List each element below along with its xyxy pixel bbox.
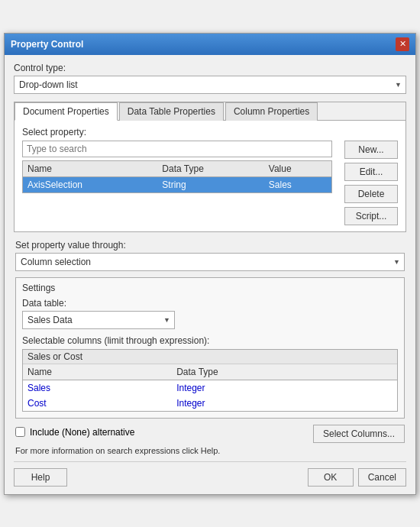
title-bar: Property Control ✕ bbox=[5, 34, 415, 55]
property-search-input[interactable] bbox=[22, 141, 332, 157]
tab-column-properties[interactable]: Column Properties bbox=[225, 102, 318, 121]
selectable-columns-label: Selectable columns (limit through expres… bbox=[22, 335, 398, 346]
control-type-select[interactable]: Drop-down list bbox=[14, 76, 406, 94]
col-dtype-cost: Integer bbox=[172, 396, 397, 411]
footer-right: OK Cancel bbox=[308, 468, 406, 487]
ok-button[interactable]: OK bbox=[308, 468, 354, 487]
col-name-sales: Sales bbox=[23, 380, 172, 396]
bottom-section: Set property value through: Column selec… bbox=[14, 240, 406, 455]
tab-content-document: Select property: Name Data Type Value bbox=[15, 121, 405, 231]
window-title: Property Control bbox=[11, 39, 83, 50]
set-property-dropdown-wrapper: Column selection bbox=[15, 253, 405, 271]
col-header-name2: Name bbox=[23, 364, 172, 380]
include-none-checkbox[interactable] bbox=[15, 427, 25, 437]
info-text: For more information on search expressio… bbox=[15, 446, 405, 455]
footer-buttons: Help OK Cancel bbox=[14, 461, 406, 487]
cancel-button[interactable]: Cancel bbox=[358, 468, 406, 487]
tab-document-properties[interactable]: Document Properties bbox=[15, 102, 118, 121]
col-name-cost: Cost bbox=[23, 396, 172, 411]
tab-data-table-properties[interactable]: Data Table Properties bbox=[119, 102, 224, 121]
set-property-select[interactable]: Column selection bbox=[15, 253, 405, 271]
row-name: AxisSelection bbox=[23, 176, 157, 192]
row-datatype: String bbox=[157, 176, 263, 192]
property-table-wrapper: Name Data Type Value AxisSelection Strin… bbox=[22, 160, 332, 193]
data-table-select[interactable]: Sales Data bbox=[22, 311, 175, 329]
info-text-content: For more information on search expressio… bbox=[15, 446, 220, 455]
table-row[interactable]: Cost Integer bbox=[23, 396, 397, 411]
select-columns-button[interactable]: Select Columns... bbox=[313, 425, 405, 443]
data-table-dropdown-wrapper: Sales Data bbox=[22, 311, 175, 329]
tab-inner: Name Data Type Value AxisSelection Strin… bbox=[22, 141, 398, 225]
action-buttons: New... Edit... Delete Script... bbox=[338, 141, 398, 225]
col-header-datatype: Data Type bbox=[157, 161, 263, 177]
script-button[interactable]: Script... bbox=[344, 207, 398, 225]
property-control-window: Property Control ✕ Control type: Drop-do… bbox=[4, 33, 416, 495]
table-row[interactable]: AxisSelection String Sales bbox=[23, 176, 331, 192]
col-header-value: Value bbox=[264, 161, 331, 177]
property-table-header-row: Name Data Type Value bbox=[23, 161, 331, 177]
data-table-label: Data table: bbox=[22, 298, 398, 309]
col-header-datatype2: Data Type bbox=[172, 364, 397, 380]
edit-button[interactable]: Edit... bbox=[344, 163, 398, 181]
columns-expression-row: Sales or Cost bbox=[23, 350, 397, 364]
columns-table: Name Data Type Sales Integer Cost bbox=[23, 364, 397, 411]
property-table-section: Name Data Type Value AxisSelection Strin… bbox=[22, 141, 332, 225]
settings-title: Settings bbox=[22, 283, 398, 293]
control-type-label: Control type: bbox=[14, 63, 406, 73]
columns-table-header: Name Data Type bbox=[23, 364, 397, 380]
settings-group: Settings Data table: Sales Data Selectab… bbox=[15, 277, 405, 419]
tab-panel: Document Properties Data Table Propertie… bbox=[14, 102, 406, 232]
include-none-row: Include (None) alternative bbox=[15, 427, 134, 438]
row-value: Sales bbox=[264, 176, 331, 192]
columns-table-wrapper: Sales or Cost Name Data Type Sales Integ… bbox=[22, 349, 398, 412]
select-property-label: Select property: bbox=[22, 127, 398, 137]
new-button[interactable]: New... bbox=[344, 141, 398, 159]
include-select-row: Include (None) alternative Select Column… bbox=[15, 425, 405, 443]
tabs-container: Document Properties Data Table Propertie… bbox=[15, 102, 405, 121]
property-table: Name Data Type Value AxisSelection Strin… bbox=[23, 161, 331, 192]
set-property-label: Set property value through: bbox=[15, 240, 405, 251]
table-row[interactable]: Sales Integer bbox=[23, 380, 397, 396]
close-button[interactable]: ✕ bbox=[396, 37, 409, 51]
delete-button[interactable]: Delete bbox=[344, 185, 398, 203]
col-dtype-sales: Integer bbox=[172, 380, 397, 396]
control-type-dropdown-wrapper: Drop-down list bbox=[14, 76, 406, 94]
help-button[interactable]: Help bbox=[14, 468, 67, 487]
col-header-name: Name bbox=[23, 161, 157, 177]
include-none-label: Include (None) alternative bbox=[30, 427, 134, 438]
window-body: Control type: Drop-down list Document Pr… bbox=[5, 55, 415, 494]
